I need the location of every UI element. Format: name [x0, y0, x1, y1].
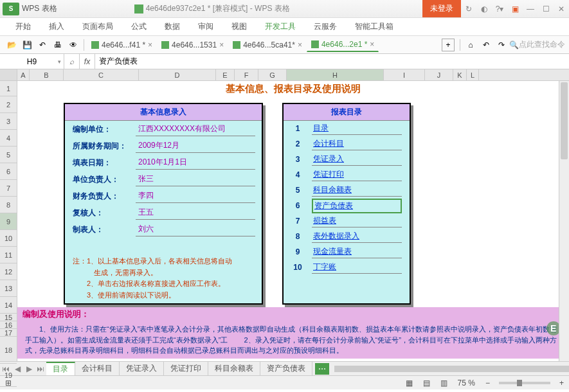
sheet-tab-凭证打印[interactable]: 凭证打印 — [164, 362, 208, 375]
close-tab-icon[interactable]: × — [219, 40, 224, 49]
help-icon[interactable]: ?▾ — [492, 0, 507, 18]
menu-视图[interactable]: 视图 — [222, 18, 256, 35]
toc-link-凭证打印[interactable]: 凭证打印 — [312, 168, 402, 181]
row-header-10[interactable]: 10 — [0, 230, 17, 247]
view-pagebreak-icon[interactable]: ▥ — [435, 379, 453, 388]
toc-link-现金流量表[interactable]: 现金流量表 — [312, 245, 402, 258]
row-header-4[interactable]: 4 — [0, 130, 17, 147]
row-header-6[interactable]: 6 — [0, 163, 17, 180]
ribbon-toggle-icon[interactable]: ▣ — [507, 0, 523, 18]
tab-nav-last[interactable]: ⏭ — [35, 363, 46, 375]
sheet-tab-凭证录入[interactable]: 凭证录入 — [120, 362, 164, 375]
col-header-J[interactable]: J — [425, 69, 453, 80]
info-value[interactable]: 李四 — [136, 189, 255, 203]
save-icon[interactable]: 💾 — [21, 39, 33, 51]
menu-智能工具箱[interactable]: 智能工具箱 — [346, 18, 402, 35]
sheet-tab-科目余额表[interactable]: 科目余额表 — [208, 362, 260, 375]
menu-页面布局[interactable]: 页面布局 — [73, 18, 122, 35]
minimize-icon[interactable]: — — [523, 0, 538, 18]
command-search[interactable]: 🔍 点此查找命令 — [509, 39, 565, 50]
row-header-5[interactable]: 5 — [0, 147, 17, 163]
col-header-G[interactable]: G — [258, 69, 287, 80]
tab-nav-prev[interactable]: ◀ — [12, 363, 23, 375]
toc-link-目录[interactable]: 目录 — [312, 122, 402, 135]
menu-数据[interactable]: 数据 — [156, 18, 189, 35]
col-header-D[interactable]: D — [139, 69, 216, 80]
col-header-C[interactable]: C — [64, 69, 139, 80]
row-header-12[interactable]: 12 — [0, 263, 17, 280]
zoom-slider[interactable] — [499, 382, 550, 384]
close-icon[interactable]: ✕ — [554, 0, 569, 18]
row-header-8[interactable]: 8 — [0, 197, 17, 213]
col-header-F[interactable]: F — [235, 69, 258, 80]
redo-icon[interactable]: ↷ — [495, 39, 508, 51]
preview-icon[interactable]: 👁 — [67, 39, 80, 51]
close-tab-icon[interactable]: × — [148, 40, 152, 49]
undo-icon[interactable]: ↶ — [36, 39, 49, 51]
row-header-14[interactable]: 14 — [0, 297, 17, 314]
toc-link-凭证录入[interactable]: 凭证录入 — [312, 153, 402, 166]
view-layout-icon[interactable]: ▤ — [418, 379, 435, 388]
workbook-tab[interactable]: 4e646...1531× — [157, 38, 228, 52]
row-header-3[interactable]: 3 — [0, 113, 17, 130]
info-value[interactable]: 江西XXXXXXXX有限公司 — [136, 122, 255, 136]
info-value[interactable]: 刘六 — [136, 222, 255, 236]
more-sheets-button[interactable]: ⋯ — [315, 363, 329, 375]
row-header-17[interactable]: 17 — [0, 329, 17, 337]
col-header-H[interactable]: H — [287, 69, 384, 80]
info-value[interactable]: 张三 — [136, 172, 255, 186]
row-header-18[interactable]: 18 — [0, 337, 17, 364]
col-header-B[interactable]: B — [30, 69, 64, 80]
toc-link-会计科目[interactable]: 会计科目 — [312, 138, 402, 150]
print-icon[interactable]: 🖶 — [51, 39, 64, 51]
new-tab-button[interactable]: + — [442, 39, 455, 51]
sheet-tab-会计科目[interactable]: 会计科目 — [75, 362, 120, 375]
tab-nav-first[interactable]: ⏮ — [0, 363, 12, 375]
menu-插入[interactable]: 插入 — [40, 18, 73, 35]
toc-link-科目余额表[interactable]: 科目余额表 — [312, 184, 402, 197]
info-value[interactable]: 王五 — [136, 206, 255, 220]
info-value[interactable]: 2010年1月1日 — [136, 156, 255, 170]
sync-icon[interactable]: ↻ — [461, 0, 476, 18]
fx-button[interactable]: fx — [80, 54, 95, 69]
col-header-A[interactable]: A — [17, 69, 30, 80]
maximize-icon[interactable]: ☐ — [538, 0, 554, 18]
select-all-corner[interactable] — [0, 69, 17, 81]
workbook-tab[interactable]: 4e646...2e1 *× — [307, 38, 379, 52]
login-button[interactable]: 未登录 — [422, 0, 461, 17]
sheet-tab-资产负债表[interactable]: 资产负债表 — [260, 362, 312, 375]
name-box[interactable]: H9 — [0, 54, 64, 69]
info-value[interactable]: 2009年12月 — [136, 139, 255, 153]
open-icon[interactable]: 📂 — [5, 39, 18, 51]
toc-link-损益表[interactable]: 损益表 — [312, 215, 402, 227]
sheet-tab-目录[interactable]: 目录 — [46, 362, 75, 375]
close-tab-icon[interactable]: × — [298, 40, 302, 49]
col-header-E[interactable]: E — [216, 69, 235, 80]
row-header-7[interactable]: 7 — [0, 180, 17, 197]
col-header-K[interactable]: K — [453, 69, 467, 80]
close-tab-icon[interactable]: × — [370, 40, 374, 49]
toc-link-表外数据录入[interactable]: 表外数据录入 — [312, 230, 402, 243]
tab-nav-next[interactable]: ▶ — [23, 363, 35, 375]
row-header-11[interactable]: 11 — [0, 247, 17, 263]
menu-云服务[interactable]: 云服务 — [305, 18, 346, 35]
home-icon[interactable]: ⌂ — [464, 39, 477, 51]
zoom-out-button[interactable]: − — [480, 379, 495, 388]
cancel-fx-icon[interactable]: ⌕ — [64, 54, 80, 69]
toc-link-丁字账[interactable]: 丁字账 — [312, 261, 402, 274]
row-header-1[interactable]: 1 — [0, 81, 17, 96]
workbook-tab[interactable]: 4e646...f41 *× — [87, 38, 157, 52]
menu-开始[interactable]: 开始 — [6, 18, 40, 35]
menu-公式[interactable]: 公式 — [122, 18, 156, 35]
col-header-L[interactable]: L — [467, 69, 479, 80]
zoom-value[interactable]: 75 % — [453, 379, 480, 388]
workbook-tab[interactable]: 4e646...5ca41*× — [228, 38, 307, 52]
menu-开发工具[interactable]: 开发工具 — [256, 18, 305, 35]
undo2-icon[interactable]: ↶ — [480, 39, 492, 51]
col-header-I[interactable]: I — [384, 69, 425, 80]
worksheet-area[interactable]: 基本信息、报表目录及使用说明 基本信息录入 编制单位：江西XXXXXXXX有限公… — [17, 81, 569, 361]
toc-link-资产负债表[interactable]: 资产负债表 — [312, 199, 402, 213]
menu-审阅[interactable]: 审阅 — [189, 18, 222, 35]
view-normal-icon[interactable]: ▦ — [401, 379, 418, 388]
row-header-13[interactable]: 13 — [0, 280, 17, 297]
